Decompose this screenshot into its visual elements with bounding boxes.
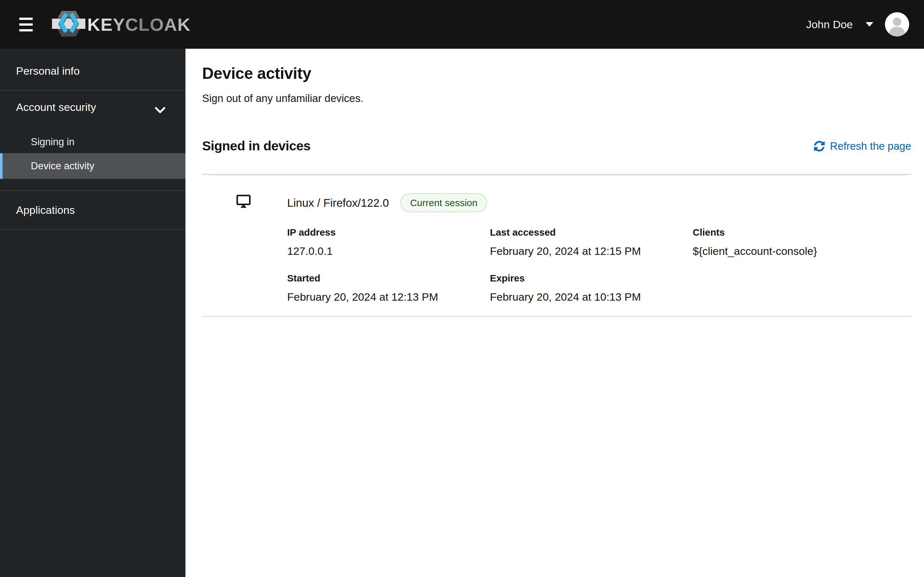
section-title: Signed in devices <box>202 139 310 153</box>
sidebar-item-account-security[interactable]: Account security <box>0 91 186 115</box>
section-header: Signed in devices Refresh the page <box>202 139 911 153</box>
keycloak-brand-logo[interactable]: KEYCLOAK <box>52 7 191 42</box>
page-subtitle: Sign out of any unfamiliar devices. <box>202 92 911 105</box>
user-menu-dropdown[interactable]: John Doe <box>806 18 873 31</box>
field-started: Started February 20, 2024 at 12:13 PM <box>287 273 490 303</box>
sidebar-item-signing-in[interactable]: Signing in <box>0 131 186 153</box>
user-name: John Doe <box>806 18 853 31</box>
nav-section-personal: Personal info <box>0 49 186 91</box>
sidebar-item-personal-info[interactable]: Personal info <box>0 49 186 90</box>
chevron-down-icon <box>866 22 873 27</box>
page-title: Device activity <box>202 64 911 83</box>
desktop-monitor-icon <box>236 193 251 303</box>
brand-wordmark: KEYCLOAK <box>87 14 191 35</box>
current-session-badge: Current session <box>401 193 487 212</box>
hamburger-menu-button[interactable] <box>15 10 37 39</box>
refresh-page-link[interactable]: Refresh the page <box>814 140 911 152</box>
device-content: Linux / Firefox/122.0 Current session IP… <box>287 193 911 303</box>
account-security-subnav: Signing in Device activity <box>0 131 186 179</box>
nav-section-account-security: Account security Signing in Device activ… <box>0 91 186 191</box>
refresh-sync-icon <box>814 141 825 152</box>
masthead: KEYCLOAK John Doe <box>0 0 924 49</box>
keycloak-hexagon-icon <box>52 7 86 42</box>
signed-in-devices-list: Linux / Firefox/122.0 Current session IP… <box>202 174 911 317</box>
nav-section-applications: Applications <box>0 191 186 230</box>
user-avatar-icon <box>885 12 909 37</box>
field-last-accessed: Last accessed February 20, 2024 at 12:15… <box>490 227 693 258</box>
device-row: Linux / Firefox/122.0 Current session IP… <box>202 175 911 317</box>
refresh-link-label: Refresh the page <box>830 140 911 152</box>
user-avatar[interactable] <box>885 12 909 37</box>
device-header: Linux / Firefox/122.0 Current session <box>287 193 911 212</box>
device-name: Linux / Firefox/122.0 <box>287 197 389 210</box>
sidebar-item-device-activity[interactable]: Device activity <box>0 153 186 179</box>
device-details-grid: IP address 127.0.0.1 Last accessed Febru… <box>287 227 911 303</box>
field-clients: Clients ${client_account-console} <box>693 227 895 258</box>
main-content: Device activity Sign out of any unfamili… <box>186 49 924 577</box>
field-expires: Expires February 20, 2024 at 10:13 PM <box>490 273 693 303</box>
sidebar-nav: Personal info Account security Signing i… <box>0 49 186 577</box>
field-ip-address: IP address 127.0.0.1 <box>287 227 490 258</box>
chevron-down-icon <box>155 104 166 111</box>
sidebar-item-applications[interactable]: Applications <box>0 191 186 229</box>
hamburger-icon <box>19 18 33 20</box>
